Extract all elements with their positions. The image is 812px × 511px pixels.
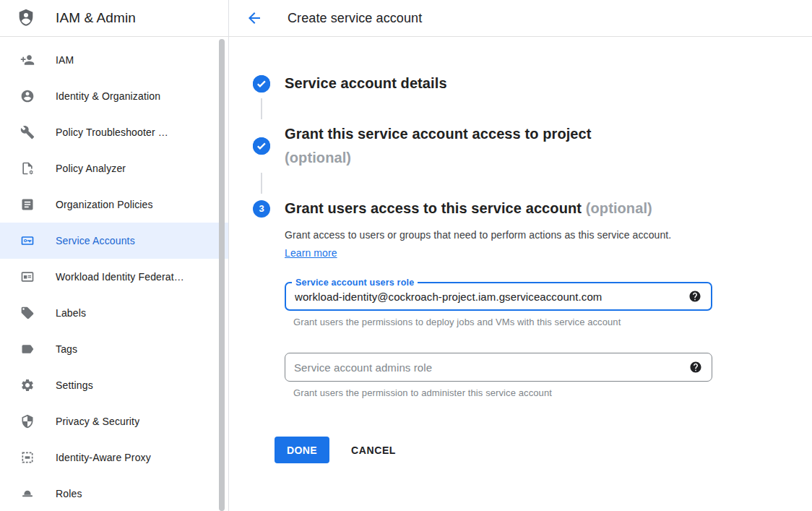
help-icon[interactable] — [689, 361, 702, 374]
gear-icon — [19, 377, 36, 394]
admins-role-input[interactable] — [285, 353, 712, 381]
org-policies-icon — [19, 196, 36, 213]
step-description: Grant access to users or groups that nee… — [285, 226, 686, 262]
grant-users-form: Service account users role Grant users t… — [285, 282, 712, 398]
sidebar-nav: IAM Identity & Organization Policy Troub… — [0, 37, 228, 511]
sidebar-item-identity-aware-proxy[interactable]: Identity-Aware Proxy — [0, 439, 228, 476]
workload-identity-icon — [19, 268, 36, 285]
policy-analyzer-icon — [19, 160, 36, 177]
wrench-icon — [19, 124, 36, 141]
sidebar-item-label: Tags — [56, 343, 77, 355]
sidebar-item-label: Labels — [56, 307, 86, 319]
sidebar-item-label: Identity & Organization — [56, 90, 160, 102]
back-arrow-icon[interactable] — [246, 9, 263, 27]
sidebar-item-roles[interactable]: Roles — [0, 476, 228, 511]
sidebar-item-workload-identity-federation[interactable]: Workload Identity Federat… — [0, 259, 228, 295]
users-role-label: Service account users role — [292, 277, 418, 288]
shield-icon — [19, 413, 36, 430]
step-title: Grant users access to this service accou… — [285, 200, 582, 216]
sidebar-item-label: Workload Identity Federat… — [56, 271, 184, 283]
step-grant-access-to-project[interactable]: Grant this service account access to pro… — [253, 122, 812, 170]
sidebar-item-privacy-security[interactable]: Privacy & Security — [0, 403, 228, 439]
iam-admin-console: IAM & Admin IAM Identity & Organization — [0, 0, 812, 511]
sidebar-item-identity-organization[interactable]: Identity & Organization — [0, 78, 228, 114]
sidebar-item-policy-troubleshooter[interactable]: Policy Troubleshooter … — [0, 114, 228, 150]
step-optional-label: (optional) — [586, 200, 652, 216]
step-connector-line — [261, 98, 262, 119]
sidebar-item-policy-analyzer[interactable]: Policy Analyzer — [0, 150, 228, 186]
sidebar-item-label: Organization Policies — [56, 199, 153, 210]
sidebar-item-tags[interactable]: Tags — [0, 331, 228, 367]
page-header: Create service account — [229, 0, 812, 37]
users-role-helper-text: Grant users the permissions to deploy jo… — [293, 317, 712, 327]
sidebar-item-organization-policies[interactable]: Organization Policies — [0, 186, 228, 223]
sidebar-item-label: IAM — [56, 54, 74, 66]
admins-role-field — [285, 353, 712, 382]
sidebar-item-label: Settings — [56, 379, 93, 391]
roles-hat-icon — [19, 485, 36, 502]
identity-icon — [19, 87, 36, 105]
step-grant-users-access[interactable]: 3 Grant users access to this service acc… — [253, 197, 812, 220]
admins-role-helper-text: Grant users the permission to administer… — [293, 387, 712, 398]
cancel-button[interactable]: CANCEL — [351, 445, 396, 456]
step-done-check-icon — [253, 75, 270, 93]
sidebar: IAM & Admin IAM Identity & Organization — [0, 0, 229, 511]
sidebar-item-labels[interactable]: Labels — [0, 295, 228, 331]
sidebar-item-label: Policy Troubleshooter … — [56, 126, 168, 138]
sidebar-scrollbar[interactable] — [219, 39, 225, 511]
learn-more-link[interactable]: Learn more — [285, 247, 337, 259]
sidebar-item-service-accounts[interactable]: Service Accounts — [0, 223, 228, 259]
users-role-field: Service account users role — [285, 282, 712, 311]
step-number-badge: 3 — [253, 200, 270, 218]
step-done-check-icon — [253, 137, 270, 155]
page-title: Create service account — [288, 11, 422, 26]
main-panel: Create service account Service account d… — [229, 0, 812, 511]
sidebar-item-label: Roles — [56, 488, 82, 499]
step-service-account-details[interactable]: Service account details — [253, 72, 812, 95]
sidebar-item-label: Policy Analyzer — [56, 163, 126, 174]
sidebar-item-settings[interactable]: Settings — [0, 367, 228, 403]
stepper-content: Service account details Grant this servi… — [229, 37, 812, 463]
tag-arrow-icon — [19, 340, 36, 358]
proxy-icon — [19, 449, 36, 466]
label-tag-icon — [19, 304, 36, 322]
step-title: Service account details — [285, 72, 447, 95]
iam-shield-logo-icon — [16, 7, 36, 29]
person-add-icon — [19, 51, 36, 69]
done-button[interactable]: DONE — [275, 437, 329, 463]
product-title: IAM & Admin — [56, 10, 136, 26]
service-accounts-icon — [19, 232, 36, 249]
step-connector-line — [261, 173, 262, 194]
sidebar-header: IAM & Admin — [0, 0, 228, 37]
sidebar-item-iam[interactable]: IAM — [0, 42, 228, 78]
help-icon[interactable] — [688, 290, 701, 303]
sidebar-item-label: Service Accounts — [56, 235, 135, 246]
step-title: Grant this service account access to pro… — [285, 126, 592, 142]
sidebar-item-label: Privacy & Security — [56, 416, 139, 427]
sidebar-item-label: Identity-Aware Proxy — [56, 452, 151, 463]
step-optional-label: (optional) — [285, 146, 592, 170]
form-actions: DONE CANCEL — [275, 437, 812, 463]
